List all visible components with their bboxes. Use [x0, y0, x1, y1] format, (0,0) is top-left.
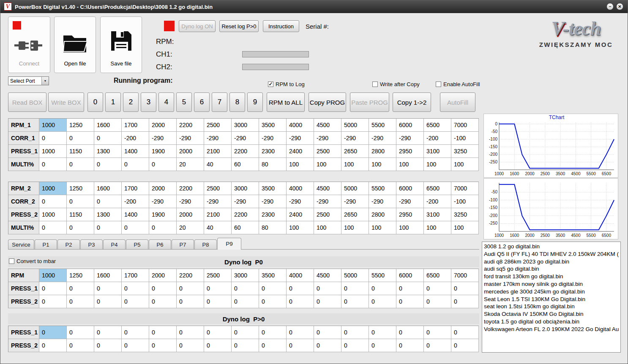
table-cell[interactable]: 0 [94, 158, 122, 171]
minimize-button[interactable]: – [606, 3, 614, 10]
table-cell[interactable]: 0 [424, 282, 451, 295]
tab-p7[interactable]: P7 [172, 239, 194, 250]
table-cell[interactable]: 1300 [94, 145, 122, 158]
table-cell[interactable]: 4000 [287, 119, 314, 132]
table-cell[interactable]: 6500 [424, 182, 451, 195]
table-cell[interactable]: 100 [341, 221, 369, 234]
table-cell[interactable]: 2200 [177, 269, 204, 282]
table-cell[interactable]: 7000 [451, 269, 479, 282]
digit-button-6[interactable]: 6 [194, 92, 210, 112]
table-cell[interactable]: 0 [259, 295, 287, 308]
table-cell[interactable]: 0 [94, 132, 122, 145]
table-cell[interactable]: 0 [232, 339, 259, 352]
table-cell[interactable]: 0 [341, 326, 369, 339]
table-cell[interactable]: 0 [177, 339, 204, 352]
table-cell[interactable]: 0 [39, 221, 67, 234]
table-cell[interactable]: 1000 [39, 182, 67, 195]
file-list-item[interactable]: audi q8 286km 2023 go digital.bin [484, 258, 619, 266]
table-cell[interactable]: 5500 [369, 182, 396, 195]
table-cell[interactable]: -290 [341, 195, 369, 208]
table-cell[interactable]: 0 [204, 282, 232, 295]
table-cell[interactable]: -290 [369, 195, 396, 208]
table-cell[interactable]: 0 [39, 295, 67, 308]
table-cell[interactable]: 3100 [424, 208, 451, 221]
digit-button-9[interactable]: 9 [247, 92, 263, 112]
table-cell[interactable]: 5500 [369, 269, 396, 282]
table-cell[interactable]: -290 [287, 132, 314, 145]
tab-p4[interactable]: P4 [103, 239, 126, 250]
table-cell[interactable]: 0 [94, 282, 122, 295]
table-cell[interactable]: 0 [396, 282, 424, 295]
table-cell[interactable]: 0 [94, 326, 122, 339]
table-cell[interactable]: 0 [314, 282, 341, 295]
table-cell[interactable]: 100 [369, 158, 396, 171]
write-box-button[interactable]: Write BOX [48, 92, 84, 112]
table-cell[interactable]: 5500 [369, 119, 396, 132]
table-cell[interactable]: 0 [39, 132, 67, 145]
table-cell[interactable]: -290 [287, 195, 314, 208]
table-cell[interactable]: 40 [204, 158, 232, 171]
table-cell[interactable]: 2500 [204, 182, 232, 195]
table-cell[interactable]: 0 [232, 282, 259, 295]
table-cell[interactable]: 0 [259, 282, 287, 295]
table-cell[interactable]: 0 [149, 221, 177, 234]
table-cell[interactable]: 1900 [149, 208, 177, 221]
table-cell[interactable]: 2650 [341, 208, 369, 221]
table-cell[interactable]: 60 [232, 221, 259, 234]
open-file-button[interactable]: Open file [54, 16, 96, 73]
table-cell[interactable]: -290 [341, 132, 369, 145]
table-cell[interactable]: 0 [287, 326, 314, 339]
digit-button-1[interactable]: 1 [105, 92, 121, 112]
table-cell[interactable]: 2300 [259, 145, 287, 158]
table-cell[interactable]: 3000 [232, 119, 259, 132]
autofill-button[interactable]: AutoFill [440, 92, 475, 112]
copy-prog-button[interactable]: Copy PROG [309, 92, 346, 112]
table-cell[interactable]: 100 [424, 158, 451, 171]
table-cell[interactable]: 1300 [94, 208, 122, 221]
tab-p2[interactable]: P2 [57, 239, 80, 250]
table-cell[interactable]: 0 [451, 339, 479, 352]
table-cell[interactable]: 100 [314, 221, 341, 234]
table-cell[interactable]: 3100 [424, 145, 451, 158]
table-cell[interactable]: 0 [341, 295, 369, 308]
table-cell[interactable]: 0 [67, 326, 94, 339]
table-cell[interactable]: 100 [369, 221, 396, 234]
tab-p1[interactable]: P1 [35, 239, 57, 250]
table-cell[interactable]: 0 [67, 158, 94, 171]
table-cell[interactable]: 0 [287, 295, 314, 308]
write-after-copy-checkbox[interactable]: Write after Copy [372, 81, 420, 87]
table-cell[interactable]: 0 [39, 195, 67, 208]
table-cell[interactable]: 0 [369, 339, 396, 352]
table-cell[interactable]: 0 [39, 339, 67, 352]
table-cell[interactable]: 0 [177, 326, 204, 339]
table-cell[interactable]: 2500 [204, 119, 232, 132]
table-cell[interactable]: 100 [451, 158, 479, 171]
tab-service[interactable]: Service [8, 239, 34, 250]
table-cell[interactable]: 100 [287, 158, 314, 171]
table-cell[interactable]: 0 [122, 295, 149, 308]
file-list-item[interactable]: seat leon 1.5tsi 150km go digital.bin [484, 303, 619, 310]
tab-p3[interactable]: P3 [80, 239, 103, 250]
table-cell[interactable]: 3500 [259, 119, 287, 132]
table-cell[interactable]: 0 [287, 339, 314, 352]
table-cell[interactable]: 80 [259, 221, 287, 234]
table-cell[interactable]: 1700 [122, 269, 149, 282]
table-cell[interactable]: 1000 [39, 208, 67, 221]
table-cell[interactable]: 2800 [369, 145, 396, 158]
table-cell[interactable]: 3250 [451, 145, 479, 158]
table-cell[interactable]: 1700 [122, 119, 149, 132]
table-cell[interactable]: 2200 [232, 208, 259, 221]
tab-p6[interactable]: P6 [149, 239, 171, 250]
table-cell[interactable]: 0 [122, 326, 149, 339]
table-cell[interactable]: 0 [396, 339, 424, 352]
convert-to-mbar-checkbox[interactable]: Convert to mbar [9, 258, 56, 264]
digit-button-3[interactable]: 3 [141, 92, 156, 112]
table-cell[interactable]: 2400 [287, 208, 314, 221]
table-cell[interactable]: 100 [396, 158, 424, 171]
connect-button[interactable]: Connect [8, 16, 50, 73]
table-cell[interactable]: 0 [369, 326, 396, 339]
file-list-item[interactable]: Audi Q5 II (FY FL) 40 TDI MHEV 2.0 150kW… [484, 250, 619, 258]
table-cell[interactable]: -290 [232, 195, 259, 208]
table-cell[interactable]: 0 [424, 295, 451, 308]
table-cell[interactable]: 0 [94, 339, 122, 352]
